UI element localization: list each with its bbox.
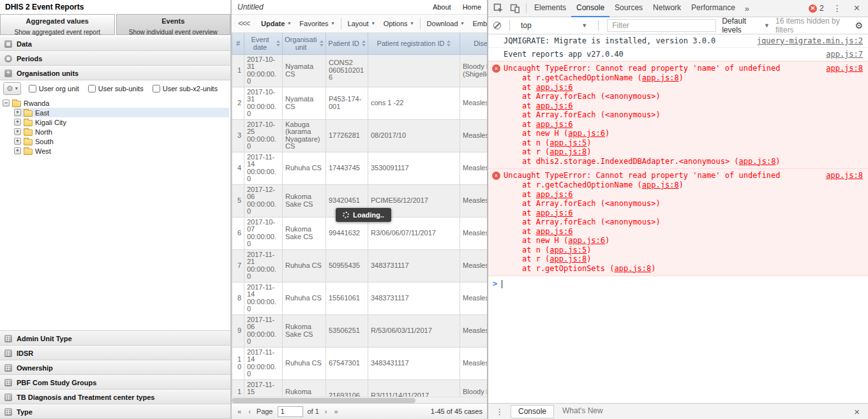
tab-events[interactable]: Events Show individual event overview — [116, 14, 231, 35]
source-link[interactable]: app.js:6 — [568, 236, 605, 245]
accordion-section-pbf-com-study-groups[interactable]: PBF Com Study Groups — [0, 375, 230, 390]
update-button[interactable]: Update▾ — [257, 17, 295, 31]
prev-page-button[interactable]: ‹ — [247, 408, 252, 415]
scrollbar-thumb[interactable] — [232, 398, 415, 403]
source-link[interactable]: app.js:5 — [550, 138, 587, 147]
console-settings-icon[interactable]: ⚙ — [855, 20, 863, 31]
options-button[interactable]: Options▾ — [379, 17, 418, 31]
table-row[interactable]: 102017-11-14 00:00:00.0Ruhuha CS67547301… — [232, 347, 488, 379]
tree-item-south[interactable]: +South — [14, 136, 229, 146]
last-page-button[interactable]: » — [333, 408, 340, 415]
table-row[interactable]: 32017-10-25 00:00:00.0Kabuga (karama Nya… — [232, 119, 488, 152]
source-link[interactable]: app.js:8 — [642, 180, 679, 189]
orgunit-scope-user-sub-units[interactable]: User sub-units — [88, 85, 144, 92]
source-link[interactable]: app.js:8 — [550, 254, 587, 263]
expand-icon[interactable]: + — [14, 109, 21, 116]
checkbox[interactable] — [153, 85, 160, 92]
download-button[interactable]: Download▾ — [423, 17, 468, 31]
source-link[interactable]: app.js:5 — [550, 246, 587, 254]
drawer-menu-icon[interactable]: ⋮ — [490, 407, 509, 416]
column-header-disease[interactable]: Disease — [460, 33, 488, 54]
source-link[interactable]: app.js:6 — [536, 190, 573, 199]
log-levels-select[interactable]: Default levels ▼ — [722, 17, 770, 34]
source-link[interactable]: app.js:7 — [826, 50, 863, 59]
horizontal-scrollbar[interactable] — [232, 397, 487, 403]
source-link[interactable]: app.js:8 — [642, 73, 679, 82]
orgunit-scope-user-sub-x2-units[interactable]: User sub-x2-units — [153, 85, 218, 92]
next-page-button[interactable]: › — [324, 408, 329, 415]
expand-icon[interactable]: + — [14, 147, 21, 154]
more-tabs-icon[interactable]: » — [740, 4, 754, 13]
orgunit-settings-button[interactable]: ⚙ ▾ — [3, 82, 21, 95]
console-prompt[interactable]: > — [488, 276, 868, 291]
tree-item-root[interactable]: − Rwanda — [3, 98, 229, 108]
device-toolbar-icon[interactable] — [507, 0, 523, 17]
source-link[interactable]: app.js:8 — [826, 64, 863, 73]
devtools-tab-console[interactable]: Console — [571, 0, 610, 17]
orgunit-scope-user-org-unit[interactable]: User org unit — [29, 85, 79, 92]
favorites-button[interactable]: Favorites▾ — [295, 17, 338, 31]
devtools-menu-icon[interactable]: ⋮ — [827, 3, 848, 13]
sort-icon[interactable] — [276, 40, 280, 47]
tree-item-north[interactable]: +North — [14, 127, 229, 136]
table-row[interactable]: 112017-11-15 00:00:00.0Rukoma Sake CS216… — [232, 379, 488, 397]
checkbox[interactable] — [29, 85, 36, 92]
expand-icon[interactable]: + — [14, 128, 21, 135]
collapse-icon[interactable]: − — [3, 99, 10, 107]
source-link[interactable]: app.js:6 — [536, 101, 573, 110]
accordion-section-type[interactable]: Type — [0, 404, 230, 419]
devtools-tab-network[interactable]: Network — [648, 0, 686, 17]
checkbox[interactable] — [88, 85, 96, 92]
console-filter-input[interactable] — [607, 19, 716, 32]
accordion-section-ownership[interactable]: Ownership — [0, 360, 230, 375]
tree-item-east[interactable]: +East — [14, 108, 229, 117]
drawer-tab-console[interactable]: Console — [511, 405, 554, 418]
accordion-section-data[interactable]: Data — [0, 36, 230, 51]
home-link[interactable]: Home — [463, 3, 481, 11]
layout-button[interactable]: Layout▾ — [343, 17, 379, 31]
source-link[interactable]: app.js:6 — [536, 227, 573, 236]
sort-icon[interactable] — [320, 40, 324, 47]
inspect-element-icon[interactable] — [490, 0, 507, 17]
expand-icon[interactable]: + — [14, 119, 21, 126]
sort-icon[interactable] — [362, 40, 366, 47]
source-link[interactable]: app.js:6 — [536, 209, 573, 217]
column-header-patient-id[interactable]: Patient ID — [326, 33, 368, 54]
column-header-organisation-unit[interactable]: Organisation unit — [283, 33, 326, 54]
source-link[interactable]: app.js:8 — [826, 171, 863, 180]
column-header-[interactable]: # — [232, 33, 244, 54]
source-link[interactable]: app.js:6 — [568, 129, 605, 138]
column-header-patient-registration-id[interactable]: Patient registration ID — [368, 33, 460, 54]
accordion-section-tb-diagnosis-and-treatment-center-types[interactable]: TB Diagnosis and Treatment center types — [0, 390, 230, 404]
error-count-badge[interactable]: ✕ 2 — [805, 4, 827, 13]
about-link[interactable]: About — [433, 3, 451, 11]
accordion-section-organisation-units[interactable]: +Organisation units — [0, 66, 230, 80]
clear-console-icon[interactable] — [493, 22, 501, 29]
source-link[interactable]: app.js:8 — [615, 264, 652, 273]
collapse-left-panel-icon[interactable]: <<< — [235, 19, 253, 28]
source-link[interactable]: app.js:6 — [536, 83, 573, 92]
sort-icon[interactable] — [447, 40, 451, 47]
table-row[interactable]: 72017-11-21 00:00:00.0Ruhuha CS509554353… — [232, 249, 488, 282]
tree-item-west[interactable]: +West — [14, 146, 229, 156]
table-row[interactable]: 22017-10-31 00:00:00.0Nyamata CSP453-174… — [232, 87, 488, 119]
tab-aggregated-values[interactable]: Aggregated values Show aggregated event … — [0, 14, 115, 35]
execution-context-select[interactable]: top ▼ — [518, 20, 590, 31]
source-link[interactable]: app.js:8 — [550, 147, 587, 156]
expand-icon[interactable]: + — [14, 138, 21, 145]
devtools-close-icon[interactable]: × — [848, 3, 866, 14]
table-row[interactable]: 12017-10-31 00:00:00.0Nyamata CSCONS2 06… — [232, 54, 488, 87]
table-row[interactable]: 42017-11-14 00:00:00.0Ruhuha CS174437453… — [232, 152, 488, 184]
tree-item-kigali-city[interactable]: +Kigali City — [14, 117, 229, 127]
table-row[interactable]: 92017-11-06 00:00:00.0Rukoma Sake CS5350… — [232, 314, 488, 347]
first-page-button[interactable]: « — [236, 408, 243, 415]
drawer-tab-what-s-new[interactable]: What's New — [555, 405, 610, 418]
drawer-close-icon[interactable]: × — [848, 406, 866, 417]
page-number-input[interactable] — [278, 406, 303, 417]
source-link[interactable]: app.js:6 — [536, 120, 573, 129]
source-link[interactable]: jquery-migrate.min.js:2 — [757, 36, 863, 45]
accordion-section-idsr[interactable]: IDSR — [0, 346, 230, 360]
accordion-section-admin-unit-type[interactable]: Admin Unit Type — [0, 331, 230, 346]
devtools-tab-elements[interactable]: Elements — [529, 0, 571, 17]
accordion-section-periods[interactable]: Periods — [0, 51, 230, 66]
